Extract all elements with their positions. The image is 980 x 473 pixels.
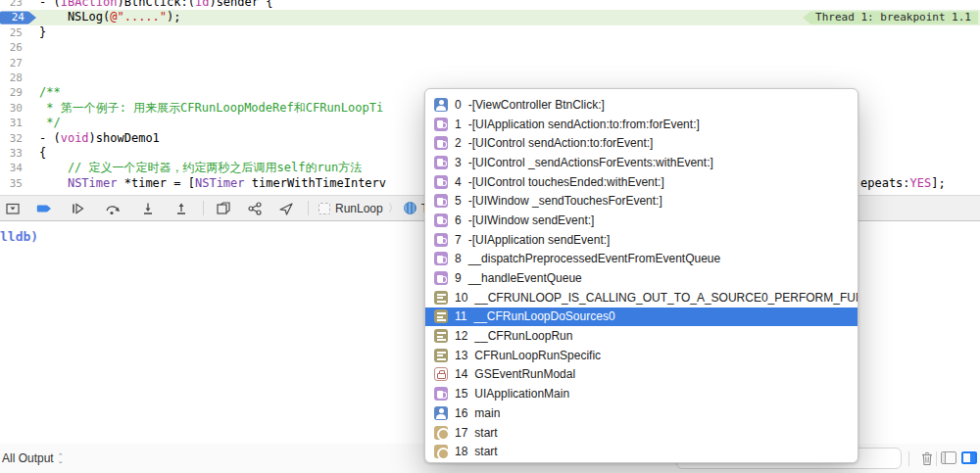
framework-frame-icon: [434, 213, 448, 227]
user-frame-icon: [434, 98, 448, 112]
bottom-divider: [908, 451, 909, 466]
popup-updown-icon: ⌃⌄: [58, 454, 64, 463]
line-number[interactable]: 34: [0, 161, 29, 175]
stack-frame-row[interactable]: 2-[UIControl sendAction:to:forEvent:]: [425, 133, 858, 153]
system-frame-icon: [434, 445, 448, 458]
jumpbar-process[interactable]: RunLoop: [335, 202, 383, 215]
stack-frame-row-selected[interactable]: 11__CFRunLoopDoSources0: [425, 307, 858, 327]
thread-icon: [404, 202, 416, 214]
stack-frame-row[interactable]: 3-[UIControl _sendActionsForEvents:withE…: [425, 153, 858, 172]
stack-frame-row[interactable]: 1-[UIApplication sendAction:to:from:forE…: [425, 115, 858, 134]
code-line-breakpoint-hit[interactable]: 24 NSLog(@"....."); Thread 1: breakpoint…: [0, 10, 980, 24]
corefoundation-frame-icon: [434, 309, 448, 323]
line-number[interactable]: 27: [0, 56, 29, 71]
step-into-icon[interactable]: [139, 200, 157, 217]
output-filter-popup[interactable]: All Output ⌃⌄: [2, 451, 64, 465]
framework-frame-icon: [434, 233, 448, 247]
stack-frame-row[interactable]: 6-[UIWindow sendEvent:]: [425, 211, 858, 230]
framework-frame-icon: [434, 175, 448, 189]
app-process-icon: [318, 203, 330, 214]
line-number[interactable]: 28: [0, 71, 29, 85]
stack-frame-row[interactable]: 0-[ViewController BtnClick:]: [425, 95, 858, 115]
memory-graph-icon[interactable]: [246, 200, 264, 217]
code-line[interactable]: 26: [0, 40, 980, 55]
breakpoint-status-badge: Thread 1: breakpoint 1.1: [803, 11, 978, 24]
line-number[interactable]: 26: [0, 40, 29, 55]
corefoundation-frame-icon: [434, 329, 448, 343]
toolbar-divider: [308, 201, 309, 215]
line-number[interactable]: 33: [0, 146, 29, 161]
framework-frame-icon: [434, 156, 448, 169]
framework-frame-icon: [434, 118, 448, 131]
step-out-icon[interactable]: [172, 200, 190, 217]
framework-frame-icon: [434, 194, 448, 208]
continue-execution-icon[interactable]: [69, 200, 86, 217]
line-number[interactable]: 23: [0, 0, 29, 10]
stack-frame-row[interactable]: 8__dispatchPreprocessedEventFromEventQue…: [425, 250, 858, 269]
line-number[interactable]: 32: [0, 131, 29, 146]
line-number[interactable]: 35: [0, 176, 29, 191]
stack-frame-row[interactable]: 7-[UIApplication sendEvent:]: [425, 230, 858, 250]
code-line[interactable]: 27: [0, 56, 980, 71]
corefoundation-frame-icon: [434, 349, 448, 362]
code-line[interactable]: 25 }: [0, 25, 980, 40]
breakpoints-toggle-icon[interactable]: [35, 200, 53, 217]
stack-frame-row[interactable]: 9__handleEventQueue: [425, 268, 858, 288]
stack-frame-row[interactable]: 14GSEventRunModal: [425, 365, 858, 385]
lldb-prompt: lldb): [0, 229, 38, 244]
stack-frame-row[interactable]: 16main: [425, 403, 858, 423]
system-frame-icon: [434, 426, 448, 440]
code-line-35-tail: epeats:YES];: [860, 176, 946, 191]
show-variables-view-icon[interactable]: [941, 451, 956, 464]
stack-frame-row[interactable]: 15UIApplicationMain: [425, 384, 858, 403]
stack-frame-row[interactable]: 13CFRunLoopRunSpecific: [425, 346, 858, 365]
clear-console-icon[interactable]: [919, 450, 935, 467]
stack-frame-row[interactable]: 10__CFRUNLOOP_IS_CALLING_OUT_TO_A_SOURCE…: [425, 288, 858, 307]
thread-callstack-popover: 0-[ViewController BtnClick:] 1-[UIApplic…: [424, 88, 858, 463]
stack-frame-row[interactable]: 12__CFRunLoopRun: [425, 326, 858, 346]
hide-debug-area-icon[interactable]: [4, 200, 22, 217]
line-number[interactable]: 31: [0, 116, 29, 130]
framework-frame-icon: [434, 271, 448, 285]
user-frame-icon: [434, 406, 448, 420]
step-over-icon[interactable]: [104, 200, 122, 217]
stack-frame-row[interactable]: 17start: [425, 423, 858, 443]
debug-view-hierarchy-icon[interactable]: [215, 200, 232, 217]
line-number[interactable]: 25: [0, 25, 29, 40]
stack-frame-row[interactable]: 5-[UIWindow _sendTouchesForEvent:]: [425, 191, 858, 211]
corefoundation-frame-icon: [434, 291, 448, 305]
toolbar-divider: [203, 201, 204, 215]
code-line[interactable]: 23 - (IBAction)BtnClick:(id)sender {: [0, 0, 980, 10]
chevron-right-icon: 〉: [388, 201, 399, 215]
simulate-location-icon[interactable]: [277, 200, 295, 217]
xcode-debug-window: 23 - (IBAction)BtnClick:(id)sender { 24 …: [0, 0, 980, 473]
show-console-view-icon[interactable]: [961, 451, 977, 464]
graphicsservices-frame-icon: [434, 367, 448, 381]
line-number[interactable]: 29: [0, 85, 29, 100]
framework-frame-icon: [434, 387, 448, 401]
stack-frame-row[interactable]: 18start: [425, 442, 858, 461]
framework-frame-icon: [434, 252, 448, 265]
code-line[interactable]: 28: [0, 71, 980, 85]
framework-frame-icon: [434, 136, 448, 150]
stack-frame-row[interactable]: 4-[UIControl touchesEnded:withEvent:]: [425, 172, 858, 192]
line-number[interactable]: 30: [0, 101, 29, 116]
bottom-divider: [936, 451, 937, 466]
